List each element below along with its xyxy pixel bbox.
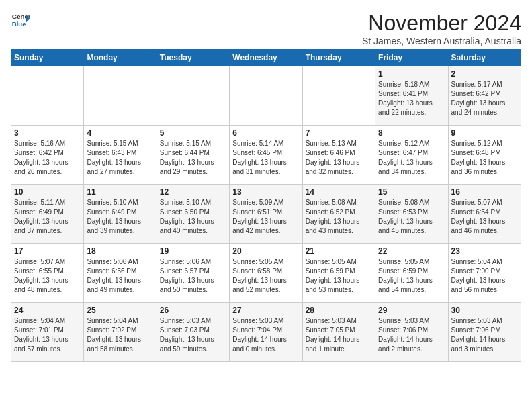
day-number: 23 bbox=[451, 246, 518, 256]
calendar-cell: 19Sunrise: 5:06 AM Sunset: 6:57 PM Dayli… bbox=[157, 244, 229, 303]
logo-icon: General Blue bbox=[11, 11, 30, 30]
day-info: Sunrise: 5:06 AM Sunset: 6:56 PM Dayligh… bbox=[87, 257, 153, 295]
day-info: Sunrise: 5:04 AM Sunset: 7:01 PM Dayligh… bbox=[14, 316, 81, 354]
day-number: 8 bbox=[378, 128, 445, 138]
day-info: Sunrise: 5:08 AM Sunset: 6:53 PM Dayligh… bbox=[378, 198, 445, 236]
day-info: Sunrise: 5:05 AM Sunset: 6:58 PM Dayligh… bbox=[232, 257, 299, 295]
day-number: 25 bbox=[87, 306, 153, 315]
day-info: Sunrise: 5:18 AM Sunset: 6:41 PM Dayligh… bbox=[378, 80, 445, 118]
day-number: 28 bbox=[306, 306, 372, 315]
day-number: 20 bbox=[232, 246, 299, 256]
calendar-cell: 9Sunrise: 5:12 AM Sunset: 6:48 PM Daylig… bbox=[448, 126, 521, 185]
weekday-header-wednesday: Wednesday bbox=[230, 50, 302, 66]
weekday-header-monday: Monday bbox=[84, 50, 157, 66]
calendar-cell: 24Sunrise: 5:04 AM Sunset: 7:01 PM Dayli… bbox=[11, 303, 84, 362]
calendar-cell: 25Sunrise: 5:04 AM Sunset: 7:02 PM Dayli… bbox=[84, 303, 157, 362]
calendar-cell: 16Sunrise: 5:07 AM Sunset: 6:54 PM Dayli… bbox=[448, 185, 521, 244]
calendar-cell: 23Sunrise: 5:04 AM Sunset: 7:00 PM Dayli… bbox=[448, 244, 521, 303]
weekday-header-thursday: Thursday bbox=[302, 50, 375, 66]
day-info: Sunrise: 5:03 AM Sunset: 7:03 PM Dayligh… bbox=[160, 316, 226, 354]
day-number: 13 bbox=[232, 187, 299, 197]
calendar-cell: 28Sunrise: 5:03 AM Sunset: 7:05 PM Dayli… bbox=[302, 303, 375, 362]
day-info: Sunrise: 5:10 AM Sunset: 6:49 PM Dayligh… bbox=[87, 198, 153, 236]
day-number: 6 bbox=[232, 128, 299, 138]
calendar-cell: 4Sunrise: 5:15 AM Sunset: 6:43 PM Daylig… bbox=[84, 126, 157, 185]
day-number: 18 bbox=[87, 246, 153, 256]
day-number: 26 bbox=[160, 306, 226, 315]
day-number: 7 bbox=[306, 128, 372, 138]
day-number: 21 bbox=[306, 246, 372, 256]
day-info: Sunrise: 5:10 AM Sunset: 6:50 PM Dayligh… bbox=[160, 198, 226, 236]
day-info: Sunrise: 5:13 AM Sunset: 6:46 PM Dayligh… bbox=[306, 139, 372, 177]
day-info: Sunrise: 5:03 AM Sunset: 7:04 PM Dayligh… bbox=[232, 316, 299, 354]
day-number: 16 bbox=[451, 187, 518, 197]
day-info: Sunrise: 5:11 AM Sunset: 6:49 PM Dayligh… bbox=[14, 198, 81, 236]
day-info: Sunrise: 5:03 AM Sunset: 7:06 PM Dayligh… bbox=[451, 316, 518, 354]
calendar-cell: 15Sunrise: 5:08 AM Sunset: 6:53 PM Dayli… bbox=[375, 185, 448, 244]
day-number: 29 bbox=[378, 306, 445, 315]
location-subtitle: St James, Western Australia, Australia bbox=[362, 36, 521, 46]
day-number: 19 bbox=[160, 246, 226, 256]
day-info: Sunrise: 5:07 AM Sunset: 6:55 PM Dayligh… bbox=[14, 257, 81, 295]
calendar-cell: 11Sunrise: 5:10 AM Sunset: 6:49 PM Dayli… bbox=[84, 185, 157, 244]
calendar-cell: 5Sunrise: 5:15 AM Sunset: 6:44 PM Daylig… bbox=[157, 126, 229, 185]
calendar-cell: 8Sunrise: 5:12 AM Sunset: 6:47 PM Daylig… bbox=[375, 126, 448, 185]
day-info: Sunrise: 5:08 AM Sunset: 6:52 PM Dayligh… bbox=[306, 198, 372, 236]
calendar-cell: 18Sunrise: 5:06 AM Sunset: 6:56 PM Dayli… bbox=[84, 244, 157, 303]
day-info: Sunrise: 5:07 AM Sunset: 6:54 PM Dayligh… bbox=[451, 198, 518, 236]
day-number: 27 bbox=[232, 306, 299, 315]
day-info: Sunrise: 5:15 AM Sunset: 6:43 PM Dayligh… bbox=[87, 139, 153, 177]
weekday-header-saturday: Saturday bbox=[448, 50, 521, 66]
day-info: Sunrise: 5:06 AM Sunset: 6:57 PM Dayligh… bbox=[160, 257, 226, 295]
header: General Blue November 2024 St James, Wes… bbox=[11, 11, 521, 46]
weekday-header-friday: Friday bbox=[375, 50, 448, 66]
day-number: 15 bbox=[378, 187, 445, 197]
day-info: Sunrise: 5:05 AM Sunset: 6:59 PM Dayligh… bbox=[306, 257, 372, 295]
calendar-cell: 14Sunrise: 5:08 AM Sunset: 6:52 PM Dayli… bbox=[302, 185, 375, 244]
day-info: Sunrise: 5:03 AM Sunset: 7:06 PM Dayligh… bbox=[378, 316, 445, 354]
calendar-cell: 6Sunrise: 5:14 AM Sunset: 6:45 PM Daylig… bbox=[230, 126, 302, 185]
calendar-cell: 27Sunrise: 5:03 AM Sunset: 7:04 PM Dayli… bbox=[230, 303, 302, 362]
calendar-cell: 29Sunrise: 5:03 AM Sunset: 7:06 PM Dayli… bbox=[375, 303, 448, 362]
title-area: November 2024 St James, Western Australi… bbox=[362, 11, 521, 46]
day-number: 4 bbox=[87, 128, 153, 138]
calendar-cell: 2Sunrise: 5:17 AM Sunset: 6:42 PM Daylig… bbox=[448, 66, 521, 126]
svg-text:Blue: Blue bbox=[12, 20, 26, 28]
day-info: Sunrise: 5:14 AM Sunset: 6:45 PM Dayligh… bbox=[232, 139, 299, 177]
weekday-header-tuesday: Tuesday bbox=[157, 50, 229, 66]
day-info: Sunrise: 5:05 AM Sunset: 6:59 PM Dayligh… bbox=[378, 257, 445, 295]
calendar-cell: 30Sunrise: 5:03 AM Sunset: 7:06 PM Dayli… bbox=[448, 303, 521, 362]
day-info: Sunrise: 5:12 AM Sunset: 6:48 PM Dayligh… bbox=[451, 139, 518, 177]
calendar-cell: 21Sunrise: 5:05 AM Sunset: 6:59 PM Dayli… bbox=[302, 244, 375, 303]
day-info: Sunrise: 5:04 AM Sunset: 7:02 PM Dayligh… bbox=[87, 316, 153, 354]
day-number: 3 bbox=[14, 128, 81, 138]
calendar-cell: 12Sunrise: 5:10 AM Sunset: 6:50 PM Dayli… bbox=[157, 185, 229, 244]
day-info: Sunrise: 5:17 AM Sunset: 6:42 PM Dayligh… bbox=[451, 80, 518, 118]
calendar-cell: 10Sunrise: 5:11 AM Sunset: 6:49 PM Dayli… bbox=[11, 185, 84, 244]
day-number: 30 bbox=[451, 306, 518, 315]
day-number: 10 bbox=[14, 187, 81, 197]
calendar-cell: 22Sunrise: 5:05 AM Sunset: 6:59 PM Dayli… bbox=[375, 244, 448, 303]
calendar-cell bbox=[302, 66, 375, 126]
day-number: 1 bbox=[378, 69, 445, 79]
day-info: Sunrise: 5:12 AM Sunset: 6:47 PM Dayligh… bbox=[378, 139, 445, 177]
calendar-cell bbox=[11, 66, 84, 126]
calendar-cell: 7Sunrise: 5:13 AM Sunset: 6:46 PM Daylig… bbox=[302, 126, 375, 185]
day-number: 12 bbox=[160, 187, 226, 197]
day-info: Sunrise: 5:04 AM Sunset: 7:00 PM Dayligh… bbox=[451, 257, 518, 295]
calendar-cell: 3Sunrise: 5:16 AM Sunset: 6:42 PM Daylig… bbox=[11, 126, 84, 185]
calendar-cell: 20Sunrise: 5:05 AM Sunset: 6:58 PM Dayli… bbox=[230, 244, 302, 303]
calendar-cell bbox=[84, 66, 157, 126]
calendar-header: SundayMondayTuesdayWednesdayThursdayFrid… bbox=[11, 50, 521, 66]
calendar-cell: 1Sunrise: 5:18 AM Sunset: 6:41 PM Daylig… bbox=[375, 66, 448, 126]
day-number: 5 bbox=[160, 128, 226, 138]
day-number: 2 bbox=[451, 69, 518, 79]
day-number: 11 bbox=[87, 187, 153, 197]
day-info: Sunrise: 5:09 AM Sunset: 6:51 PM Dayligh… bbox=[232, 198, 299, 236]
day-number: 17 bbox=[14, 246, 81, 256]
day-number: 22 bbox=[378, 246, 445, 256]
day-info: Sunrise: 5:16 AM Sunset: 6:42 PM Dayligh… bbox=[14, 139, 81, 177]
calendar-cell: 26Sunrise: 5:03 AM Sunset: 7:03 PM Dayli… bbox=[157, 303, 229, 362]
calendar-cell: 13Sunrise: 5:09 AM Sunset: 6:51 PM Dayli… bbox=[230, 185, 302, 244]
day-info: Sunrise: 5:15 AM Sunset: 6:44 PM Dayligh… bbox=[160, 139, 226, 177]
